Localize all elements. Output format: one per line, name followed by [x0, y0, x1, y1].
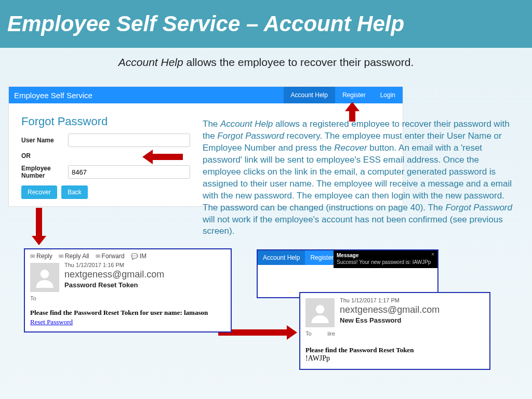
page-title: Employee Self Service – Account Help: [7, 11, 404, 36]
email-subject: Password Reset Token: [64, 281, 225, 289]
arrow-down-icon: [33, 208, 45, 244]
email-preview-token: Reply Reply All Forward IM Thu 1/12/2017…: [24, 248, 232, 332]
email2-body-text: Please find the Password Reset Token: [305, 346, 484, 354]
email2-password: !AWJPp: [305, 354, 484, 363]
svg-point-0: [41, 270, 49, 278]
intro-rest: allows the employee to recover their pas…: [183, 56, 414, 68]
close-icon[interactable]: ×: [431, 251, 434, 257]
label-user-name: User Name: [21, 137, 68, 144]
reset-password-link[interactable]: Reset Password: [30, 318, 73, 326]
page-header: Employee Self Service – Account Help: [0, 0, 532, 48]
nav-login[interactable]: Login: [373, 87, 403, 103]
nav-register[interactable]: Register: [335, 87, 373, 103]
reply-action[interactable]: Reply: [30, 252, 52, 260]
label-employee-number: Employee Number: [21, 165, 68, 179]
input-user-name[interactable]: [68, 134, 190, 147]
avatar-icon: [305, 298, 335, 327]
nav-account-help[interactable]: Account Help: [284, 87, 335, 103]
recover-button[interactable]: Recover: [21, 185, 57, 199]
notification-screenshot: Account Help Register × Message Success!…: [257, 249, 438, 298]
email-actions: Reply Reply All Forward IM: [30, 252, 225, 260]
im-action[interactable]: IM: [131, 252, 147, 260]
email-to-label: To: [30, 295, 225, 301]
email-preview-new-password: Thu 1/12/2017 1:17 PM nextgeness@gmail.c…: [299, 292, 490, 370]
email-from: nextgeness@gmail.com: [64, 269, 225, 280]
email2-to: To iire: [305, 330, 484, 337]
forward-action[interactable]: Forward: [96, 252, 125, 260]
explanation-paragraph: The Account Help allows a registered emp…: [203, 118, 516, 237]
email-body-text: Please find the Password Reset Token for…: [30, 309, 225, 317]
arrow-left-icon: [143, 151, 183, 163]
email-date: Thu 1/12/2017 1:16 PM: [64, 262, 225, 268]
toast-body: Success! Your new password is: IAWJPp: [337, 259, 434, 265]
email2-date: Thu 1/12/2017 1:17 PM: [340, 297, 484, 303]
arrow-up-icon: [346, 104, 358, 122]
input-employee-number[interactable]: [68, 165, 190, 179]
toast-message: × Message Success! Your new password is:…: [334, 250, 437, 268]
reply-all-action[interactable]: Reply All: [59, 252, 89, 260]
ess-brand: Employee Self Service: [9, 91, 284, 100]
avatar-icon: [30, 263, 59, 292]
svg-point-1: [316, 305, 325, 314]
toast-title: Message: [337, 252, 434, 258]
intro-text: Account Help allows the employee to reco…: [0, 56, 532, 69]
back-button[interactable]: Back: [61, 185, 88, 199]
intro-lead: Account Help: [118, 56, 183, 68]
notif-tab-account-help[interactable]: Account Help: [258, 250, 305, 265]
ess-navbar: Employee Self Service Account Help Regis…: [9, 87, 403, 103]
email2-from: nextgeness@gmail.com: [340, 304, 484, 315]
email2-subject: New Ess Password: [340, 316, 484, 324]
